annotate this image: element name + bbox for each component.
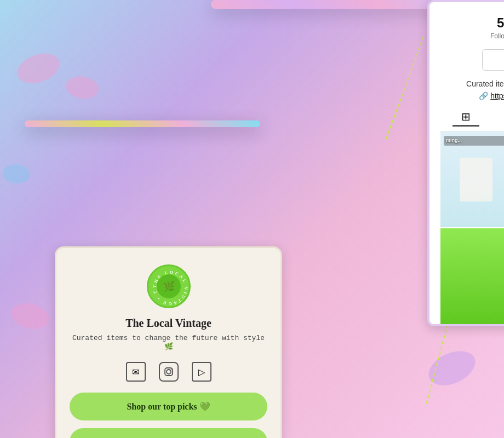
social-icons-row: ✉ ▷ — [70, 362, 267, 382]
tiktok-link: 🔗 https://linkin.bio/thelocalvintage/tik… — [440, 91, 504, 100]
linktree-card-wrapper: THE LOCAL VINTAGE • THE LOCAL VINTAGE • … — [25, 120, 260, 127]
email-icon[interactable]: ✉ — [126, 362, 146, 382]
link-icon: 🔗 — [479, 91, 490, 100]
tiktok-video-grid: ming... We're not fast fashion. We're he… — [440, 131, 504, 324]
tiktok-video-1[interactable]: ming... — [440, 131, 504, 227]
following-stat: 50 Following — [490, 15, 504, 41]
video-1-overlay: ming... — [444, 136, 504, 146]
following-count: 50 — [490, 15, 504, 31]
link-url[interactable]: https://linkin.bio/thelocalvintage/tikto… — [490, 91, 504, 100]
shop-button[interactable]: Shop our top picks 💚 — [70, 393, 267, 420]
grid-nav-icon[interactable]: ⊞ — [453, 108, 479, 126]
svg-point-3 — [170, 369, 171, 370]
youtube-icon[interactable]: ▷ — [192, 362, 211, 382]
svg-point-2 — [167, 370, 171, 374]
hiring-button[interactable]: We are hiring 🖥 — [70, 428, 267, 438]
tiktok-bio: Curated items to change the future with … — [440, 79, 504, 88]
tiktok-profile-wrapper: 50 Following 101 Followers 80 Likes Edit… — [211, 0, 460, 9]
profile-bio: Curated items to change the future with … — [70, 334, 267, 351]
tiktok-nav-bar: ⊞ 🔒 🤍 🔖 — [440, 108, 504, 131]
tiktok-stats-row: 50 Following 101 Followers 80 Likes — [440, 11, 504, 41]
profile-name: The Local Vintage — [70, 317, 267, 330]
instagram-icon[interactable] — [159, 362, 179, 382]
linktree-card: THE LOCAL VINTAGE • THE LOCAL VINTAGE • … — [55, 246, 282, 438]
following-label: Following — [490, 32, 504, 40]
profile-logo: THE LOCAL VINTAGE • THE LOCAL VINTAGE • … — [147, 264, 191, 308]
tiktok-video-4[interactable] — [440, 228, 504, 324]
edit-profile-button[interactable]: Edit profile — [482, 49, 504, 71]
tiktok-profile-card: 50 Following 101 Followers 80 Likes Edit… — [427, 0, 504, 326]
